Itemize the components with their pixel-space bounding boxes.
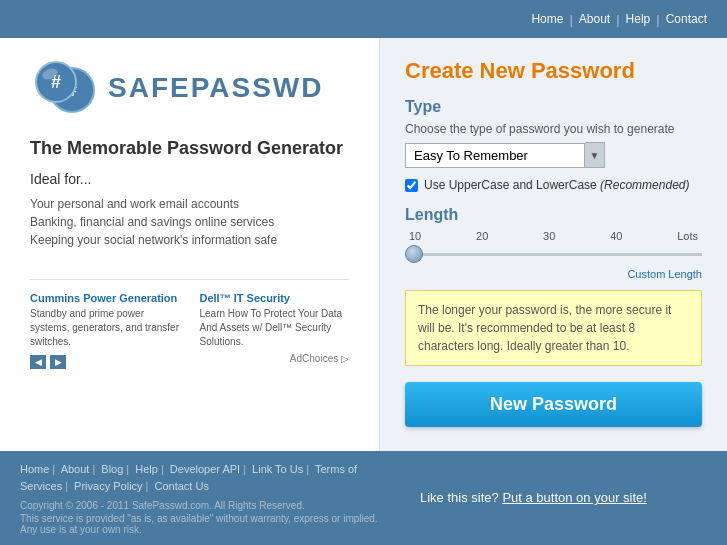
checkbox-row: Use UpperCase and LowerCase (Recommended…: [405, 178, 702, 192]
ad1-nav: ◀ ▶: [30, 355, 180, 369]
type-select[interactable]: Easy To RememberPronounceableRandom: [405, 143, 585, 168]
footer-cta-link[interactable]: Put a button on your site!: [502, 490, 647, 505]
logo-area: # # SAFEPASSWD: [30, 58, 349, 118]
type-desc: Choose the type of password you wish to …: [405, 122, 702, 136]
type-label: Type: [405, 98, 702, 116]
nav-sep-3: |: [656, 12, 659, 27]
adchoices: AdChoices ▷: [200, 353, 350, 364]
right-panel: Create New Password Type Choose the type…: [380, 38, 727, 451]
checkbox-label: Use UpperCase and LowerCase: [424, 178, 597, 192]
footer: Home| About| Blog| Help| Developer API| …: [0, 451, 727, 545]
ad2-title[interactable]: Dell™ IT Security: [200, 292, 350, 304]
feature-2: Banking, financial and savings online se…: [30, 213, 349, 231]
footer-left: Home| About| Blog| Help| Developer API| …: [20, 461, 380, 535]
footer-linkto[interactable]: Link To Us: [252, 463, 303, 475]
ad-block-2: Dell™ IT Security Learn How To Protect Y…: [200, 292, 350, 369]
type-select-wrapper: Easy To RememberPronounceableRandom ▼: [405, 142, 702, 168]
checkbox-recommended: (Recommended): [600, 178, 689, 192]
uppercase-checkbox[interactable]: [405, 179, 418, 192]
ad2-desc: Learn How To Protect Your Data And Asset…: [200, 307, 350, 349]
slider-label-lots: Lots: [677, 230, 698, 242]
info-box: The longer your password is, the more se…: [405, 290, 702, 366]
slider-labels: 10 20 30 40 Lots: [405, 230, 702, 242]
nav-sep-2: |: [616, 12, 619, 27]
footer-about[interactable]: About: [61, 463, 90, 475]
tagline: The Memorable Password Generator: [30, 138, 349, 159]
slider-track: [405, 244, 702, 264]
footer-cta-text: Like this site?: [420, 490, 499, 505]
footer-copyright: Copyright © 2006 - 2011 SafePasswd.com. …: [20, 500, 380, 511]
ad1-desc: Standby and prime power systems, generat…: [30, 307, 180, 349]
footer-contact[interactable]: Contact Us: [155, 480, 209, 492]
length-section: Length 10 20 30 40 Lots Custom Length: [405, 206, 702, 280]
footer-blog[interactable]: Blog: [101, 463, 123, 475]
custom-length-link: Custom Length: [405, 268, 702, 280]
feature-1: Your personal and work email accounts: [30, 195, 349, 213]
slider-label-40: 40: [610, 230, 622, 242]
logo-icon: # #: [30, 58, 100, 118]
nav-sep-1: |: [569, 12, 572, 27]
slider-thumb[interactable]: [405, 245, 423, 263]
page-wrapper: Home | About | Help | Contact # #: [0, 0, 727, 545]
top-nav: Home | About | Help | Contact: [0, 0, 727, 38]
footer-help[interactable]: Help: [135, 463, 158, 475]
nav-contact[interactable]: Contact: [666, 12, 707, 26]
footer-privacy[interactable]: Privacy Policy: [74, 480, 142, 492]
select-arrow-icon: ▼: [585, 142, 605, 168]
nav-home[interactable]: Home: [531, 12, 563, 26]
ad1-title[interactable]: Cummins Power Generation: [30, 292, 180, 304]
nav-help[interactable]: Help: [626, 12, 651, 26]
slider-label-20: 20: [476, 230, 488, 242]
footer-cta: Like this site? Put a button on your sit…: [420, 490, 647, 505]
feature-3: Keeping your social network's informatio…: [30, 231, 349, 249]
footer-disclaimer: This service is provided "as is, as avai…: [20, 513, 380, 535]
ad-block-1: Cummins Power Generation Standby and pri…: [30, 292, 180, 369]
ad-prev-btn[interactable]: ◀: [30, 355, 46, 369]
footer-right: Like this site? Put a button on your sit…: [420, 461, 707, 535]
footer-devapi[interactable]: Developer API: [170, 463, 240, 475]
custom-length-btn[interactable]: Custom Length: [627, 268, 702, 280]
left-panel: # # SAFEPASSWD The Memorable Password Ge…: [0, 38, 380, 451]
slider-line: [405, 253, 702, 256]
footer-home[interactable]: Home: [20, 463, 49, 475]
main-content: # # SAFEPASSWD The Memorable Password Ge…: [0, 38, 727, 451]
new-password-button[interactable]: New Password: [405, 382, 702, 427]
ideal-for: Ideal for...: [30, 171, 349, 187]
ad-area: Cummins Power Generation Standby and pri…: [30, 279, 349, 369]
slider-label-10: 10: [409, 230, 421, 242]
ad-next-btn[interactable]: ▶: [50, 355, 66, 369]
slider-label-30: 30: [543, 230, 555, 242]
footer-links: Home| About| Blog| Help| Developer API| …: [20, 461, 380, 496]
length-label: Length: [405, 206, 702, 224]
create-title: Create New Password: [405, 58, 702, 84]
nav-about[interactable]: About: [579, 12, 610, 26]
features-list: Your personal and work email accounts Ba…: [30, 195, 349, 249]
logo-text: SAFEPASSWD: [108, 72, 324, 104]
